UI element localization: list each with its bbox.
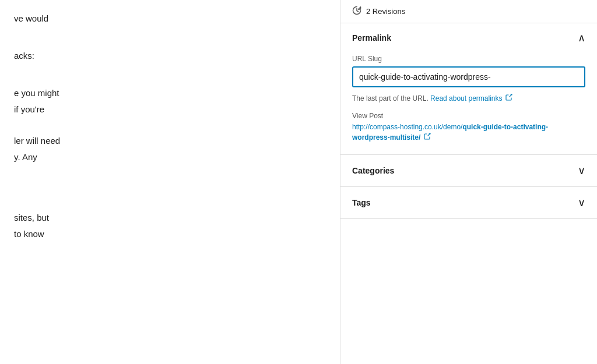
right-sidebar-panel: 2 Revisions Permalink ∧ URL Slug The las…	[340, 0, 597, 364]
content-line-6: y. Any	[14, 150, 326, 164]
revisions-label: 2 Revisions	[366, 7, 405, 16]
tags-section: Tags ∨	[340, 187, 597, 219]
content-line-3: e you might	[14, 86, 326, 100]
content-line-4: if you're	[14, 103, 326, 116]
content-line-1: ve would	[14, 12, 326, 26]
tags-title: Tags	[352, 198, 371, 207]
revisions-bar[interactable]: 2 Revisions	[340, 0, 597, 23]
url-slug-input[interactable]	[352, 66, 585, 87]
permalink-content: URL Slug The last part of the URL. Read …	[340, 52, 597, 154]
categories-chevron-icon: ∨	[578, 164, 585, 177]
tags-chevron-icon: ∨	[578, 196, 585, 209]
categories-title: Categories	[352, 166, 394, 175]
tags-section-header[interactable]: Tags ∨	[340, 187, 597, 218]
content-line-8: to know	[14, 227, 326, 241]
view-post-link[interactable]: http://compass-hosting.co.uk/demo/quick-…	[352, 122, 585, 143]
read-more-external-icon	[505, 94, 512, 104]
permalink-title: Permalink	[352, 33, 391, 43]
left-content-panel: ve would acks: e you might if you're ler…	[0, 0, 340, 364]
content-line-2: acks:	[14, 49, 326, 63]
view-post-url-prefix: http://compass-hosting.co.uk/demo/	[352, 123, 462, 131]
permalink-description: The last part of the URL. Read about per…	[352, 93, 585, 104]
revisions-icon	[352, 6, 361, 17]
permalink-section-header[interactable]: Permalink ∧	[340, 23, 597, 52]
content-line-5: ler will need	[14, 134, 326, 148]
read-about-permalinks-link[interactable]: Read about permalinks	[430, 94, 512, 103]
view-post-label: View Post	[352, 112, 585, 120]
view-post-external-icon	[424, 133, 431, 143]
content-line-7: sites, but	[14, 211, 326, 225]
permalink-section: Permalink ∧ URL Slug The last part of th…	[340, 23, 597, 155]
permalink-chevron-icon: ∧	[578, 31, 585, 44]
categories-section: Categories ∨	[340, 155, 597, 187]
categories-section-header[interactable]: Categories ∨	[340, 155, 597, 186]
url-slug-label: URL Slug	[352, 55, 585, 63]
